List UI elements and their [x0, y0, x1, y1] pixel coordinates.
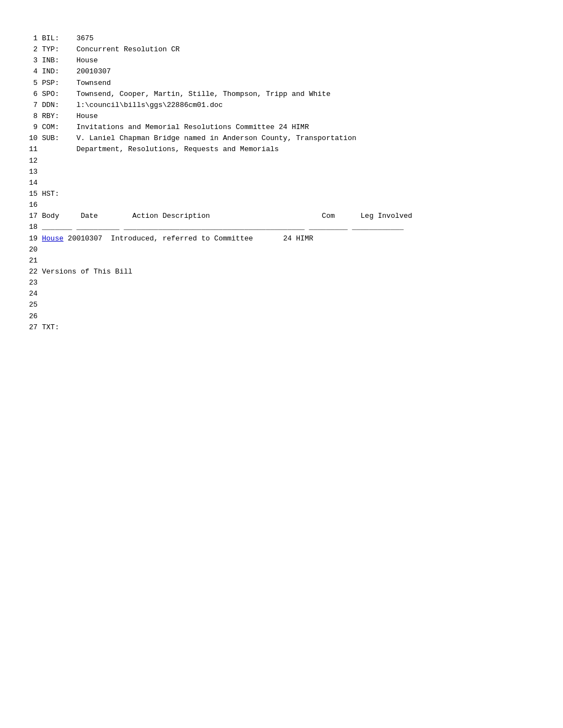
history-row-content: House 20010307 Introduced, referred to C… [42, 233, 541, 244]
line-14: 14 [22, 178, 541, 189]
line-content: COM: Invitations and Memorial Resolution… [42, 122, 541, 133]
line-number: 13 [22, 167, 38, 178]
line-content: HST: [42, 189, 541, 200]
line-27: 27TXT: [22, 322, 541, 333]
line-content: Versions of This Bill [42, 266, 541, 277]
line-number: 27 [22, 322, 38, 333]
line-number: 4 [22, 66, 38, 77]
line-number: 12 [22, 156, 38, 167]
line-11: 11 Department, Resolutions, Requests and… [22, 144, 541, 155]
line-content: TXT: [42, 322, 541, 333]
history-com: 24 HIMR [283, 234, 314, 243]
line-10: 10SUB: V. Laniel Chapman Bridge named in… [22, 133, 541, 144]
line-number: 5 [22, 78, 38, 89]
line-9: 9COM: Invitations and Memorial Resolutio… [22, 122, 541, 133]
line-19: 19House 20010307 Introduced, referred to… [22, 233, 541, 244]
line-number: 17 [22, 211, 38, 222]
line-number: 3 [22, 55, 38, 66]
line-2: 2TYP: Concurrent Resolution CR [22, 44, 541, 55]
line-24: 24 [22, 288, 541, 299]
line-number: 7 [22, 100, 38, 111]
line-6: 6SPO: Townsend, Cooper, Martin, Stille, … [22, 89, 541, 100]
line-number: 8 [22, 111, 38, 122]
line-number: 24 [22, 288, 38, 299]
line-4: 4IND: 20010307 [22, 66, 541, 77]
line-17: 17Body Date Action Description Com Leg I… [22, 211, 541, 222]
line-content: _______ __________ _____________________… [42, 222, 541, 233]
line-3: 3INB: House [22, 55, 541, 66]
line-number: 19 [22, 233, 38, 244]
line-number: 26 [22, 311, 38, 322]
line-number: 6 [22, 89, 38, 100]
history-action: Introduced, referred to Committee [111, 234, 283, 243]
line-20: 20 [22, 244, 541, 255]
line-number: 16 [22, 200, 38, 211]
line-number: 20 [22, 244, 38, 255]
line-content: SPO: Townsend, Cooper, Martin, Stille, T… [42, 89, 541, 100]
line-1: 1BIL: 3675 [22, 33, 541, 44]
line-8: 8RBY: House [22, 111, 541, 122]
line-23: 23 [22, 277, 541, 288]
line-25: 25 [22, 299, 541, 311]
line-number: 11 [22, 144, 38, 155]
line-number: 22 [22, 266, 38, 277]
line-26: 26 [22, 311, 541, 322]
line-5: 5PSP: Townsend [22, 78, 541, 89]
line-content: PSP: Townsend [42, 78, 541, 89]
line-number: 21 [22, 255, 38, 266]
line-16: 16 [22, 200, 541, 211]
line-content: TYP: Concurrent Resolution CR [42, 44, 541, 55]
line-number: 15 [22, 189, 38, 200]
line-18: 18_______ __________ ___________________… [22, 222, 541, 233]
line-number: 9 [22, 122, 38, 133]
line-number: 1 [22, 33, 38, 44]
line-15: 15HST: [22, 189, 541, 200]
line-content: Body Date Action Description Com Leg Inv… [42, 211, 541, 222]
house-link[interactable]: House [42, 234, 63, 243]
line-content: DDN: l:\council\bills\ggs\22886cm01.doc [42, 100, 541, 111]
line-content: SUB: V. Laniel Chapman Bridge named in A… [42, 133, 541, 144]
line-12: 12 [22, 156, 541, 167]
line-content: RBY: House [42, 111, 541, 122]
line-content: IND: 20010307 [42, 66, 541, 77]
line-number: 23 [22, 277, 38, 288]
history-date: 20010307 [68, 234, 111, 243]
line-content: BIL: 3675 [42, 33, 541, 44]
line-number: 10 [22, 133, 38, 144]
document: 1BIL: 36752TYP: Concurrent Resolution CR… [22, 33, 541, 333]
line-number: 2 [22, 44, 38, 55]
line-22: 22Versions of This Bill [22, 266, 541, 277]
line-13: 13 [22, 167, 541, 178]
line-number: 25 [22, 299, 38, 311]
line-content: Department, Resolutions, Requests and Me… [42, 144, 541, 155]
line-7: 7DDN: l:\council\bills\ggs\22886cm01.doc [22, 100, 541, 111]
line-number: 14 [22, 178, 38, 189]
line-number: 18 [22, 222, 38, 233]
line-21: 21 [22, 255, 541, 266]
line-content: INB: House [42, 55, 541, 66]
